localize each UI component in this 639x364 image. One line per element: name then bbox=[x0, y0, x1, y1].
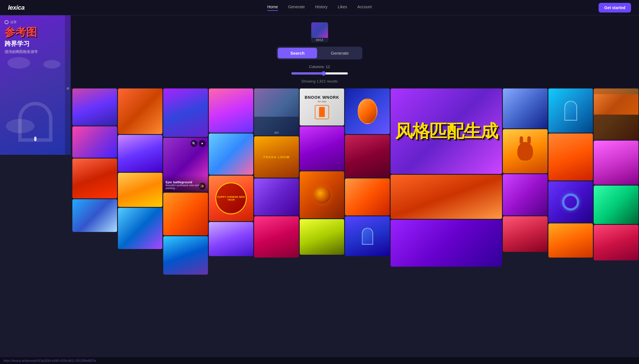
gallery-col-5: 城市 TNSSA LDOW bbox=[254, 89, 299, 258]
search-similar-icon[interactable]: 🔍 bbox=[191, 140, 197, 147]
gallery-item[interactable] bbox=[72, 89, 117, 126]
like-icon[interactable]: ♥ bbox=[199, 140, 206, 147]
tnssa-overlay: TNSSA LDOW bbox=[254, 136, 299, 178]
gallery-item-great-wall[interactable] bbox=[594, 89, 638, 140]
cny-overlay: HAPPY CHINESE NEW YEAR bbox=[209, 176, 254, 221]
gallery-item[interactable] bbox=[118, 208, 163, 249]
arch-portal-overlay bbox=[345, 216, 390, 256]
rabbit-body bbox=[517, 142, 533, 161]
generate-button[interactable]: Generate bbox=[318, 48, 361, 58]
gallery-item[interactable] bbox=[163, 89, 208, 137]
gallery-item[interactable]: 城市 bbox=[254, 89, 299, 135]
gallery-item[interactable] bbox=[594, 186, 638, 224]
gallery-item[interactable] bbox=[118, 173, 163, 207]
gallery-item[interactable] bbox=[391, 175, 502, 219]
hero-sub-title: 跨界学习 bbox=[5, 40, 66, 48]
nav-home[interactable]: Home bbox=[267, 5, 278, 11]
gallery-item[interactable] bbox=[72, 199, 117, 232]
cny-circle: HAPPY CHINESE NEW YEAR bbox=[215, 182, 247, 214]
nav-account[interactable]: Account bbox=[357, 5, 372, 11]
gallery-item[interactable] bbox=[118, 135, 163, 172]
gallery-item[interactable] bbox=[503, 129, 548, 173]
gallery-item-bnook[interactable]: BNOOK WNORK the daily bbox=[300, 89, 344, 126]
gallery-item[interactable] bbox=[345, 135, 390, 178]
gallery-item[interactable] bbox=[548, 89, 593, 133]
gallery-col-10 bbox=[548, 89, 593, 258]
thumb-date: 04/14 bbox=[311, 38, 328, 42]
gallery-item[interactable] bbox=[163, 193, 208, 235]
gallery-item-chinese-new-year[interactable]: HAPPY CHINESE NEW YEAR bbox=[209, 176, 254, 221]
portal-door-overlay bbox=[548, 89, 593, 133]
nav-history[interactable]: History bbox=[315, 5, 328, 11]
gallery-col-2 bbox=[118, 89, 163, 249]
gallery-item-large-chinese[interactable]: 风格匹配生成 bbox=[391, 89, 502, 174]
gallery-item[interactable] bbox=[300, 171, 344, 218]
nav-likes[interactable]: Likes bbox=[338, 5, 347, 11]
gallery-item[interactable] bbox=[594, 225, 638, 260]
circle-overlay bbox=[548, 181, 593, 223]
hero-arch-visual bbox=[5, 54, 66, 150]
planet-shape bbox=[313, 186, 330, 203]
portal-door-shape bbox=[564, 101, 577, 121]
rabbit-overlay bbox=[503, 129, 548, 173]
gallery-item[interactable] bbox=[345, 178, 390, 215]
gallery-item[interactable] bbox=[594, 141, 638, 185]
gallery-col-4: HAPPY CHINESE NEW YEAR bbox=[209, 89, 254, 256]
gallery-item-epic[interactable]: 🔍 ♥ Epic battleground Beautiful synthwav… bbox=[163, 138, 208, 192]
columns-slider[interactable] bbox=[291, 71, 348, 76]
arch-shape bbox=[18, 102, 52, 142]
gallery-item[interactable] bbox=[209, 222, 254, 256]
gallery-item[interactable] bbox=[503, 89, 548, 128]
hero-tag-dot-icon bbox=[5, 20, 9, 24]
magic-wand-icon[interactable]: ✨ bbox=[199, 183, 206, 190]
gallery-item[interactable] bbox=[391, 220, 502, 267]
gallery-item[interactable]: TNSSA LDOW bbox=[254, 136, 299, 178]
gallery-item[interactable] bbox=[345, 216, 390, 256]
gallery-item[interactable] bbox=[254, 216, 299, 258]
status-url: https://lexica.art/prompt/d13a2834-a3d6-… bbox=[3, 359, 96, 362]
gallery-grid: 🔍 ♥ Epic battleground Beautiful synthwav… bbox=[72, 88, 639, 283]
search-button[interactable]: Search bbox=[278, 48, 317, 58]
planet-egg bbox=[358, 98, 377, 124]
hero-mix-title: 混沌创商院校友游学 bbox=[5, 49, 66, 54]
status-bar: https://lexica.art/prompt/d13a2834-a3d6-… bbox=[0, 357, 639, 364]
gallery-item[interactable] bbox=[118, 89, 163, 134]
gallery-item[interactable] bbox=[72, 159, 117, 198]
hero-tag-label: 运营 bbox=[10, 20, 17, 24]
gallery-item[interactable] bbox=[300, 219, 344, 255]
gallery-item[interactable] bbox=[548, 181, 593, 223]
gallery-item[interactable] bbox=[503, 174, 548, 215]
gallery-item[interactable] bbox=[345, 89, 390, 134]
wall-base bbox=[594, 114, 638, 140]
gallery-col-3: 🔍 ♥ Epic battleground Beautiful synthwav… bbox=[163, 89, 208, 275]
gallery-item[interactable] bbox=[254, 178, 299, 215]
cloud-2 bbox=[43, 60, 60, 69]
thumb-image bbox=[311, 22, 328, 38]
get-started-button[interactable]: Get started bbox=[599, 3, 631, 13]
reference-thumbnail[interactable]: 04/14 bbox=[311, 22, 328, 42]
cny-text: HAPPY CHINESE NEW YEAR bbox=[216, 196, 246, 201]
rabbit-ear-left bbox=[520, 136, 523, 143]
gallery-item[interactable] bbox=[300, 126, 344, 170]
gallery-item[interactable] bbox=[548, 223, 593, 258]
chinese-text-1: 风格匹配生成 bbox=[395, 122, 498, 141]
gallery-item[interactable] bbox=[209, 133, 254, 175]
gallery-item[interactable] bbox=[209, 89, 254, 133]
bnook-text: BNOOK WNORK bbox=[305, 95, 339, 100]
gallery-item[interactable] bbox=[72, 126, 117, 158]
nav-links: Home Generate History Likes Account bbox=[267, 5, 372, 11]
gallery-col-7 bbox=[345, 89, 390, 256]
hero-main-title: 参考图 bbox=[5, 26, 66, 38]
search-generate-toggle: Search Generate bbox=[277, 47, 362, 59]
nav-generate[interactable]: Generate bbox=[288, 5, 305, 11]
gallery-col-9 bbox=[503, 89, 548, 252]
gallery-item[interactable] bbox=[163, 236, 208, 275]
chinese-overlay: 风格匹配生成 bbox=[391, 89, 502, 174]
tnssa-text: TNSSA LDOW bbox=[263, 155, 290, 159]
item-actions: 🔍 ♥ bbox=[191, 140, 206, 147]
columns-label: Columns: 12 bbox=[309, 65, 330, 69]
columns-control: Columns: 12 Showing 1,821 results bbox=[283, 65, 357, 83]
gallery-item[interactable] bbox=[548, 133, 593, 180]
gallery-col-1 bbox=[72, 89, 117, 232]
gallery-item[interactable] bbox=[503, 216, 548, 252]
